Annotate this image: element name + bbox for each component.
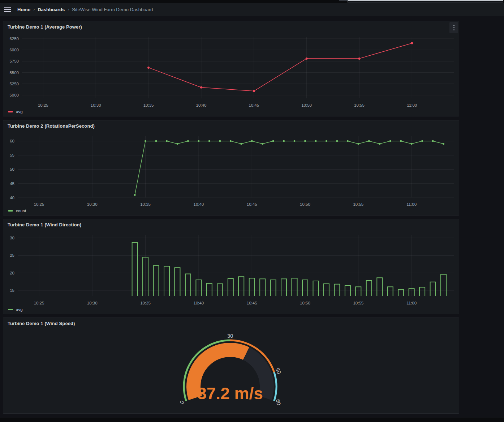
y-tick-label: 6000	[9, 48, 19, 52]
data-point	[134, 194, 136, 196]
legend-item-avg[interactable]: avg	[8, 110, 23, 114]
bar	[313, 281, 318, 296]
data-point	[358, 57, 360, 60]
x-tick-label: 10:25	[34, 301, 44, 305]
bar	[228, 278, 233, 296]
panel-title: Turbine Demo 1 (Wind Speed)	[8, 321, 75, 326]
legend-swatch	[8, 111, 13, 112]
y-tick-label: 5500	[9, 71, 19, 75]
bar	[207, 284, 212, 296]
data-point	[389, 140, 391, 142]
x-tick-label: 10:35	[143, 103, 154, 107]
top-navbar: Home › Dashboards › SiteWise Wind Farm D…	[0, 3, 504, 16]
gauge-tick-label: 60	[275, 398, 282, 406]
legend-item-avg[interactable]: avg	[8, 307, 23, 312]
y-tick-label: 45	[10, 182, 14, 186]
data-point	[411, 143, 413, 145]
data-point	[306, 57, 308, 60]
x-tick-label: 10:30	[91, 103, 101, 107]
x-tick-label: 11:00	[406, 301, 417, 305]
breadcrumb: Home › Dashboards › SiteWise Wind Farm D…	[17, 7, 153, 12]
menu-icon[interactable]	[4, 7, 11, 12]
x-tick-label: 10:45	[247, 301, 257, 305]
x-tick-label: 10:30	[87, 301, 98, 305]
legend-item-count[interactable]: count	[8, 209, 26, 213]
data-point	[357, 143, 359, 145]
bar	[271, 280, 276, 296]
x-tick-label: 11:00	[407, 103, 417, 107]
bar	[345, 286, 350, 296]
panel-header: Turbine Demo 1 (Wind Direction)	[3, 219, 459, 230]
panel-wind-direction: Turbine Demo 1 (Wind Direction) 15202530…	[3, 219, 459, 314]
bar	[430, 282, 436, 296]
top-edge-artifact-dash	[339, 0, 348, 1]
x-tick-label: 10:25	[34, 202, 44, 206]
data-point	[326, 140, 327, 142]
gauge-tick-label: 0	[178, 399, 185, 405]
average-power-chart[interactable]: 50005250550057506000625010:2510:3010:351…	[3, 32, 459, 116]
panel-rotations-per-second: Turbine Demo 2 (RotationsPerSecond) 4045…	[3, 120, 459, 216]
x-tick-label: 10:55	[354, 103, 365, 107]
y-tick-label: 5750	[9, 59, 19, 63]
top-edge-clipped-searchbox	[348, 0, 503, 3]
x-tick-label: 10:50	[300, 202, 310, 206]
panel-header: Turbine Demo 1 (Wind Speed)	[3, 318, 459, 329]
bar	[132, 243, 138, 296]
bar	[388, 287, 393, 296]
y-tick-label: 30	[10, 236, 14, 240]
data-point	[166, 140, 168, 142]
breadcrumb-dashboards[interactable]: Dashboards	[38, 7, 65, 12]
y-tick-label: 5000	[9, 93, 19, 97]
panel-title: Turbine Demo 1 (Wind Direction)	[8, 222, 81, 227]
bar	[175, 268, 180, 296]
bar	[260, 279, 265, 296]
y-tick-label: 55	[10, 153, 14, 157]
bar	[217, 284, 223, 296]
y-tick-label: 40	[10, 196, 14, 200]
x-tick-label: 10:50	[301, 103, 312, 107]
breadcrumb-home[interactable]: Home	[17, 7, 30, 12]
x-tick-label: 10:45	[249, 103, 259, 107]
data-point	[304, 140, 306, 142]
data-point	[443, 143, 444, 145]
x-tick-label: 10:40	[196, 103, 207, 107]
bar	[281, 279, 287, 296]
bar	[334, 284, 340, 296]
bar	[185, 274, 191, 296]
x-tick-label: 10:25	[38, 103, 48, 107]
bar	[419, 287, 425, 296]
legend-swatch	[8, 309, 13, 310]
rotations-chart[interactable]: 404550556010:2510:3010:3510:4010:4510:50…	[3, 131, 459, 216]
bar	[441, 274, 446, 296]
data-point	[432, 140, 434, 142]
bar	[377, 278, 382, 296]
data-point	[379, 143, 380, 145]
data-point	[347, 140, 349, 142]
data-point	[251, 140, 253, 142]
breadcrumb-current-dashboard: SiteWise Wind Farm Demo Dashboard	[72, 7, 153, 12]
series-line	[135, 141, 443, 195]
y-tick-label: 5250	[9, 82, 19, 86]
data-point	[283, 140, 285, 142]
data-point	[262, 143, 263, 145]
y-tick-label: 6250	[9, 37, 19, 41]
bar	[292, 278, 297, 296]
data-point	[240, 143, 242, 145]
bar	[238, 277, 244, 296]
legend-swatch	[8, 210, 13, 212]
data-point	[230, 140, 232, 142]
data-point	[208, 140, 210, 142]
data-point	[253, 90, 255, 92]
wind-direction-chart[interactable]: 1520253010:2510:3010:3510:4010:4510:5010…	[3, 230, 459, 314]
bar	[154, 265, 159, 296]
x-tick-label: 10:40	[193, 301, 204, 305]
x-tick-label: 10:55	[353, 202, 363, 206]
x-tick-label: 11:00	[406, 202, 417, 206]
wind-speed-gauge[interactable]: 030506037.2 m/s	[3, 328, 459, 414]
data-point	[176, 143, 178, 145]
y-tick-label: 20	[10, 271, 14, 275]
data-point	[421, 140, 423, 142]
data-point	[200, 86, 202, 89]
y-tick-label: 50	[10, 167, 14, 171]
data-point	[368, 140, 370, 142]
